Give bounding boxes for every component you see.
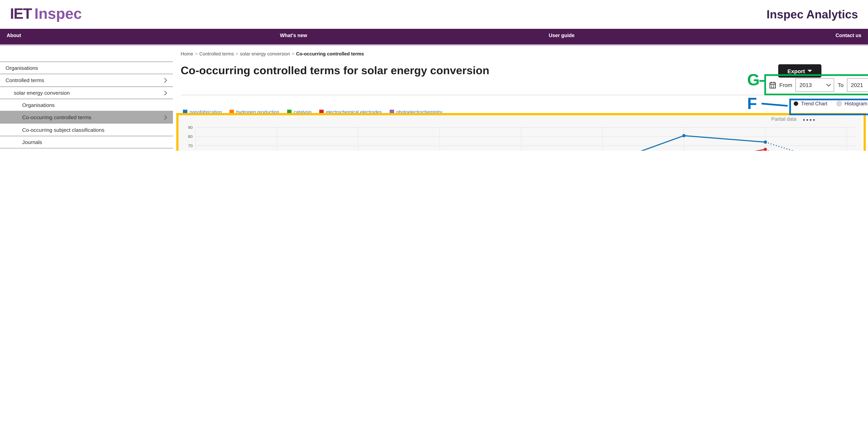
chevron-down-icon <box>827 82 831 87</box>
chevron-right-icon <box>162 115 167 120</box>
chart-plot: 0102030405060708090201320142015201620172… <box>178 115 861 151</box>
to-year-value: 2021 <box>851 82 863 88</box>
radio-selected-icon <box>794 101 798 106</box>
svg-text:80: 80 <box>188 134 192 139</box>
inspec-logo-text: Inspec <box>34 5 82 23</box>
from-year-value: 2013 <box>800 82 812 88</box>
annotation-letter-F: F <box>747 96 757 112</box>
from-year-select[interactable]: 2013 <box>796 78 834 92</box>
chevron-right-icon <box>162 78 167 83</box>
breadcrumb-term[interactable]: solar energy conversion <box>240 51 290 57</box>
to-year-select[interactable]: 2021 <box>847 78 868 92</box>
breadcrumb: Home>Controlled terms>solar energy conve… <box>181 51 364 57</box>
legend-item-electrochemical-electrodes[interactable]: electrochemical electrodes <box>319 109 382 115</box>
svg-text:90: 90 <box>188 125 192 130</box>
chart-legend: nanofabricationhydrogen productioncataly… <box>183 109 442 115</box>
iet-logo: IET <box>10 5 32 23</box>
sidebar-item-conferences[interactable]: Conferences <box>0 149 173 151</box>
page: IET Inspec Inspec Analytics About What's… <box>0 0 868 151</box>
breadcrumb-home[interactable]: Home <box>181 51 193 57</box>
trend-chart-radio[interactable]: Trend Chart <box>794 101 827 106</box>
logo: IET Inspec <box>10 5 82 23</box>
nav-user-guide[interactable]: User guide <box>549 33 575 38</box>
trend-chart-label: Trend Chart <box>801 101 827 106</box>
page-title: Co-occurring controlled terms for solar … <box>181 64 490 77</box>
nav-contact-us[interactable]: Contact us <box>836 33 862 38</box>
radio-unselected-icon <box>836 101 842 106</box>
from-label: From <box>779 82 793 88</box>
legend-swatch-icon <box>287 110 291 114</box>
top-nav: About What's new User guide Contact us <box>0 29 868 45</box>
svg-text:70: 70 <box>188 143 192 148</box>
calendar-icon <box>769 82 776 89</box>
sidebar-item-co-occurring-subject-classifications[interactable]: Co-occurring subject classifications <box>0 124 173 136</box>
legend-swatch-icon <box>390 110 394 114</box>
histogram-label: Histogram <box>844 101 867 106</box>
date-range: From 2013 To 2021 <box>769 78 868 92</box>
legend-swatch-icon <box>183 110 187 114</box>
export-label: Export <box>787 68 805 74</box>
histogram-radio[interactable]: Histogram <box>836 101 867 106</box>
sidebar-item-organisations[interactable]: Organisations <box>0 99 173 111</box>
sidebar: OrganisationsControlled termssolar energ… <box>0 62 173 151</box>
breadcrumb-controlled-terms[interactable]: Controlled terms <box>199 51 234 57</box>
annotation-letter-G: G <box>747 72 760 88</box>
caret-down-icon <box>808 70 812 72</box>
legend-item-photoelectrochemistry[interactable]: photoelectrochemistry <box>390 109 442 115</box>
breadcrumb-current: Co-occurring controlled terms <box>296 51 364 57</box>
legend-item-hydrogen-production[interactable]: hydrogen production <box>229 109 279 115</box>
app-title: Inspec Analytics <box>767 8 858 21</box>
section-divider <box>181 95 866 95</box>
sidebar-item-controlled-terms[interactable]: Controlled terms <box>0 74 173 87</box>
legend-item-catalysis[interactable]: catalysis <box>287 109 312 115</box>
view-toggle: Trend Chart Histogram <box>794 101 867 106</box>
chevron-right-icon <box>162 91 167 95</box>
export-button[interactable]: Export <box>778 64 822 77</box>
sidebar-item-journals[interactable]: Journals <box>0 136 173 149</box>
sidebar-item-co-occurring-controlled-terms[interactable]: Co-occurring controlled terms <box>0 111 173 124</box>
nav-about[interactable]: About <box>7 33 21 38</box>
sidebar-item-solar-energy-conversion[interactable]: solar energy conversion <box>0 87 173 99</box>
to-label: To <box>838 82 843 88</box>
legend-swatch-icon <box>319 110 324 114</box>
legend-swatch-icon <box>229 110 234 114</box>
legend-item-nanofabrication[interactable]: nanofabrication <box>183 109 222 115</box>
nav-whats-new[interactable]: What's new <box>280 33 307 38</box>
sidebar-item-organisations[interactable]: Organisations <box>0 62 173 74</box>
